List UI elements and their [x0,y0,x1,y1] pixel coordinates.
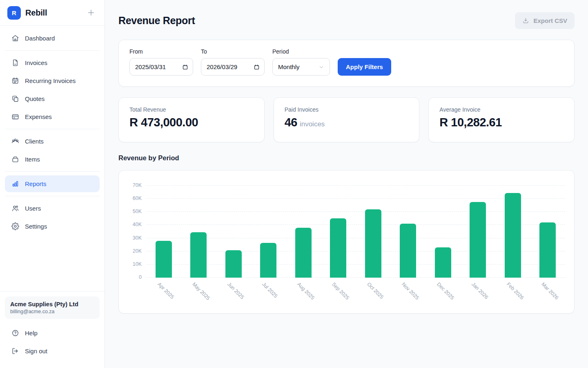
invoice-icon [11,59,19,67]
brand-logo-letter: R [12,9,16,16]
bar-column: Mar 2026 [530,186,566,278]
bar-column: Oct 2025 [356,186,391,278]
bar[interactable] [470,202,486,278]
bar[interactable] [225,250,242,278]
bar-column: Jul 2025 [251,186,286,278]
period-select-value: Monthly [278,63,300,70]
sign-out-icon [11,347,19,355]
stat-value: R 10,282.61 [439,116,564,129]
x-axis-label: Jul 2025 [261,281,278,299]
sidebar-item-label: Expenses [25,113,52,120]
sign-out-button[interactable]: Sign out [5,343,100,359]
bar[interactable] [260,243,276,278]
sidebar-item-label: Reports [25,180,47,187]
brand-name: Rebill [25,8,47,18]
y-axis-tick: 60K [133,195,142,201]
bar[interactable] [330,218,346,278]
y-axis-tick: 10K [133,261,142,267]
bar[interactable] [539,222,556,278]
archive-icon [11,155,19,163]
bar[interactable] [365,209,381,278]
y-axis-tick: 50K [133,209,142,214]
x-axis-label: Jan 2026 [470,281,489,300]
bar-column: Jun 2025 [216,186,251,278]
sidebar-item-clients[interactable]: Clients [5,133,100,150]
bar[interactable] [505,193,521,278]
stat-suffix: invoices [300,120,325,128]
account-email: billing@acme.co.za [10,309,94,314]
brand-logo: R [7,6,21,20]
x-axis-label: Oct 2025 [366,281,385,300]
account-card: Acme Supplies (Pty) Ltd billing@acme.co.… [5,296,100,319]
sidebar-item-expenses[interactable]: Expenses [5,108,100,125]
x-axis-label: Apr 2025 [156,281,175,300]
bar[interactable] [400,224,416,278]
x-axis-label: May 2025 [191,281,211,301]
y-axis-tick: 0 [139,274,142,280]
bar-chart-icon [11,180,19,188]
export-csv-label: Export CSV [533,17,567,24]
sidebar-item-reports[interactable]: Reports [5,175,100,192]
sidebar-footer: Acme Supplies (Pty) Ltd billing@acme.co.… [0,291,105,368]
stat-value: 46invoices [285,116,409,129]
sidebar-item-recurring-invoices[interactable]: Recurring Invoices [5,72,100,89]
sidebar-item-quotes[interactable]: Quotes [5,90,100,107]
bar-column: Apr 2025 [146,186,181,278]
clients-icon [11,137,19,145]
sidebar-item-label: Recurring Invoices [25,77,76,84]
y-axis-tick: 20K [133,248,142,254]
bar[interactable] [295,228,312,278]
stat-label: Paid Invoices [285,106,409,113]
bar[interactable] [435,247,451,278]
download-icon [522,17,529,24]
sidebar-divider [5,129,100,129]
bar-column: Sep 2025 [321,186,356,278]
sidebar-item-settings[interactable]: Settings [5,218,100,235]
sidebar-item-label: Clients [25,138,44,145]
x-axis-label: Aug 2025 [296,281,316,301]
calendar-picker-icon[interactable] [182,64,188,70]
page-header: Revenue Report Export CSV [118,12,575,29]
sidebar-item-label: Items [25,156,40,163]
stat-card-average-invoice: Average Invoice R 10,282.61 [428,97,575,142]
add-button[interactable] [85,7,97,19]
sidebar-item-label: Quotes [25,95,45,102]
x-axis-label: Mar 2026 [540,281,559,301]
sidebar-item-invoices[interactable]: Invoices [5,54,100,71]
from-input-wrap [129,58,193,76]
page-title: Revenue Report [118,15,195,27]
x-axis-label: Feb 2026 [506,281,525,301]
sidebar-item-dashboard[interactable]: Dashboard [5,30,100,47]
x-axis-label: Nov 2025 [401,281,420,301]
stats-row: Total Revenue R 473,000.00 Paid Invoices… [118,97,575,142]
sidebar: R Rebill Dashboard Invoices Recu [0,0,105,368]
revenue-chart-card: 010K20K30K40K50K60K70KApr 2025May 2025Ju… [118,170,575,314]
period-field-group: Period Monthly [272,48,330,76]
y-axis-tick: 40K [133,222,142,227]
apply-filters-button[interactable]: Apply Filters [338,58,391,76]
chart-section-title: Revenue by Period [118,154,575,162]
sidebar-item-label: Users [25,205,41,212]
y-axis-tick: 30K [133,235,142,241]
bar-column: Aug 2025 [286,186,321,278]
stat-label: Average Invoice [439,106,564,113]
chart-plot: 010K20K30K40K50K60K70KApr 2025May 2025Ju… [146,186,565,278]
x-axis-label: Sep 2025 [331,281,350,301]
from-field-group: From [129,48,193,76]
to-label: To [201,48,265,55]
quotes-icon [11,95,19,103]
help-button[interactable]: Help [5,325,100,341]
calendar-picker-icon[interactable] [254,64,260,70]
sidebar-divider [5,196,100,196]
sidebar-item-label: Settings [25,223,47,230]
main-content: Revenue Report Export CSV From To [105,0,588,368]
bar[interactable] [190,232,207,278]
sidebar-item-users[interactable]: Users [5,200,100,217]
to-input-wrap [201,58,265,76]
export-csv-button[interactable]: Export CSV [515,12,575,29]
account-company: Acme Supplies (Pty) Ltd [10,301,94,307]
bar[interactable] [156,241,172,278]
bar-column: Dec 2025 [425,186,461,278]
period-select[interactable]: Monthly [272,58,330,76]
sidebar-item-items[interactable]: Items [5,151,100,168]
